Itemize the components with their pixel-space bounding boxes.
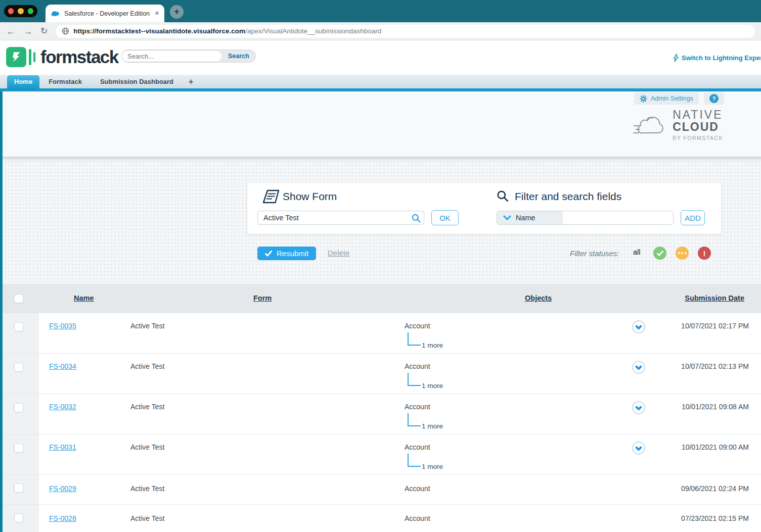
back-icon[interactable]: ←: [6, 27, 15, 36]
status-error-icon[interactable]: !: [698, 247, 711, 260]
filter-panel-area: Show Form OK Filter and search fields Na…: [0, 157, 761, 284]
check-icon: [265, 251, 272, 257]
show-form-input[interactable]: [257, 211, 424, 225]
table-row: FS-0028 Active Test Account 07/23/2021 0…: [0, 505, 761, 532]
close-window-button[interactable]: [8, 8, 14, 14]
submission-link[interactable]: FS-0035: [49, 322, 76, 330]
salesforce-cloud-icon: [51, 10, 60, 17]
native-cloud-byline: BY FORMSTACK: [673, 135, 723, 141]
row-checkbox[interactable]: [14, 322, 23, 331]
submission-date: 10/07/2021 02:17 PM: [681, 322, 749, 330]
browser-tab[interactable]: Salesforce - Developer Edition ✕: [46, 5, 164, 22]
row-checkbox[interactable]: [14, 444, 23, 453]
show-form-title: Show Form: [283, 190, 337, 203]
filter-statuses-label: Filter statuses:: [570, 249, 619, 258]
object-name: Account: [405, 485, 430, 493]
browser-toolbar: ← → ↻ https://formstacktest--visualantid…: [0, 22, 761, 40]
expand-chevron-icon[interactable]: [632, 442, 645, 455]
expand-chevron-icon[interactable]: [632, 401, 645, 414]
field-dropdown[interactable]: Name: [497, 211, 563, 224]
filter-fields-title: Filter and search fields: [515, 190, 621, 203]
object-tree: 1 more: [408, 413, 421, 426]
address-bar[interactable]: https://formstacktest--visualantidote.vi…: [56, 25, 755, 38]
add-tab-button[interactable]: +: [183, 75, 199, 88]
global-search: Search: [121, 50, 256, 63]
form-name: Active Test: [130, 362, 164, 370]
browser-titlebar: Salesforce - Developer Edition ✕ +: [0, 0, 761, 22]
admin-settings-label: Admin Settings: [651, 95, 693, 102]
admin-settings-button[interactable]: Admin Settings: [634, 92, 699, 105]
column-header-form[interactable]: Form: [253, 294, 272, 302]
expand-chevron-icon[interactable]: [632, 361, 645, 374]
column-header-objects[interactable]: Objects: [525, 294, 552, 302]
new-tab-button[interactable]: +: [170, 5, 184, 19]
table-body: FS-0035 Active Test Account 1 more 10/07…: [0, 313, 761, 532]
window-controls: [4, 5, 37, 17]
zoom-window-button[interactable]: [28, 8, 33, 14]
search-input[interactable]: [121, 50, 222, 62]
table-row: FS-0034 Active Test Account 1 more 10/07…: [0, 354, 761, 394]
column-header-name[interactable]: Name: [74, 294, 94, 302]
form-name: Active Test: [130, 403, 164, 411]
expand-chevron-icon[interactable]: [632, 320, 645, 333]
filter-all-toggle[interactable]: all: [633, 248, 641, 256]
delete-link[interactable]: Delete: [328, 249, 349, 257]
reload-icon[interactable]: ↻: [40, 27, 48, 35]
more-objects-link[interactable]: 1 more: [422, 382, 443, 390]
search-icon[interactable]: [411, 213, 421, 223]
object-name: Account: [405, 322, 430, 330]
submission-link[interactable]: FS-0032: [49, 403, 76, 411]
tab-formstack[interactable]: Formstack: [39, 75, 91, 88]
submission-date: 10/07/2021 02:13 PM: [681, 362, 749, 370]
more-objects-link[interactable]: 1 more: [422, 342, 443, 349]
table-row: FS-0035 Active Test Account 1 more 10/07…: [0, 313, 761, 354]
more-objects-link[interactable]: 1 more: [422, 422, 443, 430]
row-checkbox[interactable]: [14, 513, 23, 522]
ok-button[interactable]: OK: [431, 210, 459, 225]
tab-home[interactable]: Home: [7, 75, 39, 88]
form-name: Active Test: [130, 322, 164, 330]
submission-link[interactable]: FS-0031: [49, 443, 76, 451]
switch-to-lightning-link[interactable]: Switch to Lightning Experience: [673, 54, 761, 62]
forward-icon[interactable]: →: [23, 27, 32, 36]
row-checkbox[interactable]: [14, 363, 23, 372]
close-tab-icon[interactable]: ✕: [155, 10, 159, 17]
resubmit-button[interactable]: Resubmit: [257, 247, 316, 260]
more-objects-link[interactable]: 1 more: [422, 463, 443, 470]
dashboard-header-area: Admin Settings ? NATIVE CLOUD BY FORMSTA…: [0, 91, 761, 157]
form-name: Active Test: [130, 485, 164, 493]
submission-link[interactable]: FS-0029: [49, 485, 76, 493]
search-button[interactable]: Search: [222, 50, 255, 62]
app-header: formstack Search Switch to Lightning Exp…: [0, 40, 761, 75]
row-checkbox[interactable]: [14, 403, 23, 412]
tab-submission-dashboard[interactable]: Submission Dashboard: [91, 75, 183, 88]
browser-tab-title: Salesforce - Developer Edition: [64, 10, 151, 17]
submission-date: 10/01/2021 09:00 AM: [682, 443, 749, 451]
table-row: FS-0029 Active Test Account 09/06/2021 0…: [0, 475, 761, 505]
column-header-submission-date[interactable]: Submission Date: [685, 294, 744, 302]
lightning-bolt-icon: [673, 54, 679, 62]
select-all-checkbox[interactable]: [14, 294, 23, 303]
table-row: FS-0032 Active Test Account 1 more 10/01…: [0, 394, 761, 434]
minimize-window-button[interactable]: [18, 8, 23, 14]
tree-connector-line: [408, 373, 421, 386]
submission-date: 07/23/2021 02:15 PM: [681, 514, 749, 522]
field-dropdown-value: Name: [516, 214, 535, 222]
chevron-down-icon: [503, 215, 511, 220]
status-success-icon[interactable]: [653, 247, 666, 260]
main-content: Admin Settings ? NATIVE CLOUD BY FORMSTA…: [0, 91, 761, 532]
status-pending-icon[interactable]: [676, 247, 689, 260]
object-name: Account: [405, 443, 430, 451]
add-button[interactable]: ADD: [681, 210, 705, 225]
row-checkbox[interactable]: [14, 483, 23, 493]
formstack-logo: formstack: [6, 47, 118, 67]
submission-link[interactable]: FS-0034: [49, 362, 76, 370]
tree-connector-line: [408, 454, 421, 467]
help-button[interactable]: ?: [704, 92, 724, 105]
formstack-logo-icon: [6, 47, 26, 67]
field-filter-combo[interactable]: Name: [497, 211, 674, 225]
native-cloud-logo: NATIVE CLOUD BY FORMSTACK: [632, 109, 723, 141]
checkbox-column: [0, 354, 39, 394]
question-mark-icon: ?: [709, 94, 719, 103]
submission-link[interactable]: FS-0028: [49, 514, 76, 522]
